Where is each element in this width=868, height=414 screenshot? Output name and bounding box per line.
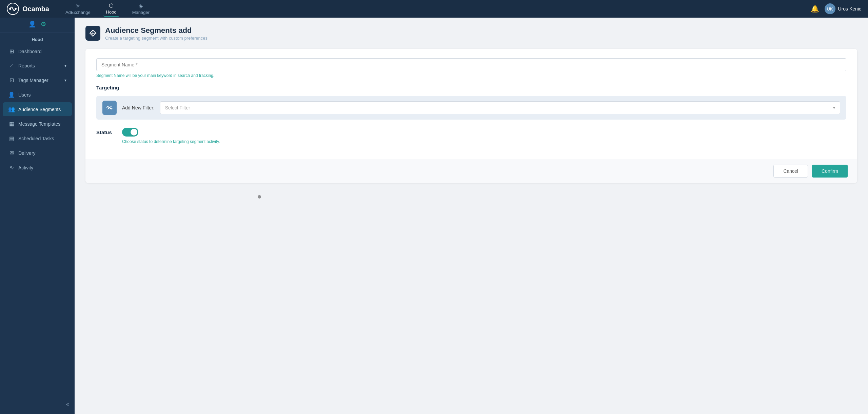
main-layout: 👤 ⚙ Hood ⊞ Dashboard ⟋ Reports ▾ ⊡ Tags … xyxy=(0,18,868,414)
collapse-icon: « xyxy=(66,401,69,407)
logo-icon xyxy=(7,3,19,15)
sidebar-item-audience-segments[interactable]: 👥 Audience Segments xyxy=(3,102,72,116)
sidebar-item-label: Message Templates xyxy=(18,121,60,127)
app-logo[interactable]: Ocamba xyxy=(7,3,49,15)
topnav-hood[interactable]: ⬡ Hood xyxy=(103,1,119,17)
card-footer: Cancel Confirm xyxy=(85,159,857,183)
status-section: Status Choose status to determine target… xyxy=(96,128,846,144)
reports-icon: ⟋ xyxy=(8,63,15,69)
adexchange-icon: ✳ xyxy=(76,3,80,9)
page-title: Audience Segments add xyxy=(105,26,208,35)
status-hint: Choose status to determine targeting seg… xyxy=(122,139,846,144)
sidebar-item-label: Reports xyxy=(18,63,35,68)
sidebar-item-delivery[interactable]: ✉ Delivery xyxy=(3,146,72,160)
sidebar-item-scheduled-tasks[interactable]: ▤ Scheduled Tasks xyxy=(3,131,72,145)
dashboard-icon: ⊞ xyxy=(8,48,15,55)
filter-select-wrapper: Select Filter Browser Country Device Lan… xyxy=(160,101,840,114)
segment-name-input[interactable] xyxy=(96,58,846,71)
page-header-texts: Audience Segments add Create a targeting… xyxy=(105,26,208,41)
manager-icon: ◈ xyxy=(139,3,143,9)
notification-bell-icon[interactable]: 🔔 xyxy=(811,5,819,13)
page-header-icon xyxy=(85,26,100,41)
topnav-items: ✳ AdExchange ⬡ Hood ◈ Manager xyxy=(63,1,811,17)
targeting-section-title: Targeting xyxy=(96,85,846,90)
chevron-down-icon: ▾ xyxy=(64,78,66,83)
users-icon: 👤 xyxy=(8,91,15,98)
filter-icon-box xyxy=(102,101,117,115)
add-filter-label: Add New Filter: xyxy=(122,105,155,110)
sidebar-item-label: Dashboard xyxy=(18,49,42,54)
activity-icon: ∿ xyxy=(8,164,15,171)
topnav-manager[interactable]: ◈ Manager xyxy=(130,1,152,16)
audience-segments-form-card: Segment Name will be your main keyword i… xyxy=(85,49,857,183)
user-menu[interactable]: UK Uros Kenic xyxy=(825,3,861,14)
delivery-icon: ✉ xyxy=(8,150,15,156)
sidebar: 👤 ⚙ Hood ⊞ Dashboard ⟋ Reports ▾ ⊡ Tags … xyxy=(0,18,75,414)
sidebar-item-dashboard[interactable]: ⊞ Dashboard xyxy=(3,44,72,58)
sidebar-person-icon[interactable]: 👤 xyxy=(28,20,36,28)
avatar: UK xyxy=(825,3,835,14)
sidebar-item-activity[interactable]: ∿ Activity xyxy=(3,161,72,174)
sidebar-item-tags-manager[interactable]: ⊡ Tags Manager ▾ xyxy=(3,73,72,87)
filter-row: Add New Filter: Select Filter Browser Co… xyxy=(96,96,846,120)
manager-label: Manager xyxy=(132,10,150,15)
tags-icon: ⊡ xyxy=(8,77,15,83)
filter-select[interactable]: Select Filter Browser Country Device Lan… xyxy=(160,101,840,114)
sidebar-section-title: Hood xyxy=(0,33,75,44)
toggle-track xyxy=(122,128,138,137)
message-templates-icon: ▦ xyxy=(8,121,15,127)
cancel-button[interactable]: Cancel xyxy=(773,165,808,178)
page-subtitle: Create a targeting segment with custom p… xyxy=(105,36,208,41)
sidebar-item-label: Activity xyxy=(18,165,33,170)
sidebar-item-users[interactable]: 👤 Users xyxy=(3,88,72,102)
topnav-adexchange[interactable]: ✳ AdExchange xyxy=(63,1,93,16)
sidebar-item-reports[interactable]: ⟋ Reports ▾ xyxy=(3,59,72,73)
segment-name-hint: Segment Name will be your main keyword i… xyxy=(96,73,846,78)
status-label: Status xyxy=(96,129,117,135)
sidebar-item-message-templates[interactable]: ▦ Message Templates xyxy=(3,117,72,131)
chevron-down-icon: ▾ xyxy=(64,63,66,68)
svg-point-1 xyxy=(9,8,11,10)
toggle-thumb xyxy=(131,129,137,136)
sidebar-item-label: Users xyxy=(18,92,31,98)
topnav-right: 🔔 UK Uros Kenic xyxy=(811,3,861,14)
sidebar-item-label: Tags Manager xyxy=(18,78,48,83)
filter-arrows-icon xyxy=(105,104,114,112)
top-navigation: Ocamba ✳ AdExchange ⬡ Hood ◈ Manager 🔔 U… xyxy=(0,0,868,18)
svg-point-2 xyxy=(15,8,17,10)
sidebar-settings-icon[interactable]: ⚙ xyxy=(41,20,46,28)
audience-segments-add-icon xyxy=(88,28,98,38)
hood-icon: ⬡ xyxy=(109,2,114,9)
status-row: Status xyxy=(96,128,846,137)
sidebar-item-label: Delivery xyxy=(18,150,36,156)
sidebar-item-label: Audience Segments xyxy=(18,107,61,112)
app-name: Ocamba xyxy=(22,5,49,13)
confirm-button[interactable]: Confirm xyxy=(812,165,848,178)
status-toggle[interactable] xyxy=(122,128,138,137)
sidebar-collapse-button[interactable]: « xyxy=(0,398,75,407)
page-header: Audience Segments add Create a targeting… xyxy=(85,26,857,41)
card-body: Segment Name will be your main keyword i… xyxy=(85,49,857,159)
hood-label: Hood xyxy=(106,9,117,15)
sidebar-icons-row: 👤 ⚙ xyxy=(0,18,75,33)
segment-name-group: Segment Name will be your main keyword i… xyxy=(96,58,846,78)
content-area: Audience Segments add Create a targeting… xyxy=(75,18,868,414)
scheduled-tasks-icon: ▤ xyxy=(8,135,15,142)
username: Uros Kenic xyxy=(838,6,861,12)
audience-segments-icon: 👥 xyxy=(8,106,15,112)
sidebar-item-label: Scheduled Tasks xyxy=(18,136,54,141)
adexchange-label: AdExchange xyxy=(65,10,91,15)
